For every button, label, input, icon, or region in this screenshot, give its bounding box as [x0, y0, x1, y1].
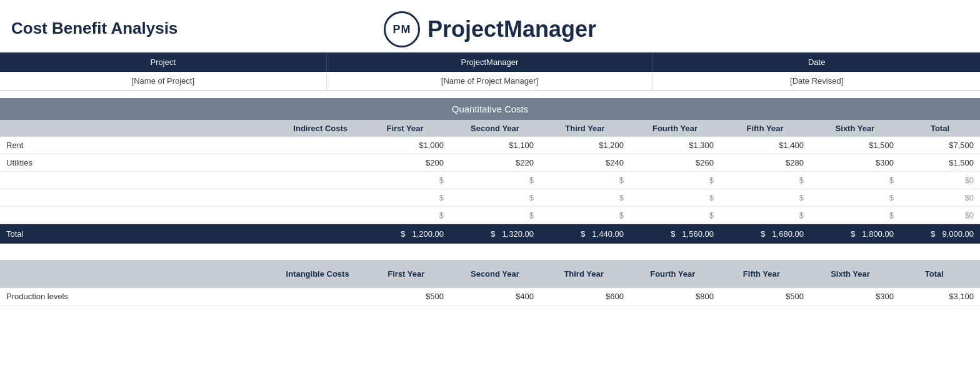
int-row-label-0[interactable]: Production levels	[0, 288, 360, 305]
int-row-y2-0[interactable]: $400	[450, 288, 540, 305]
total-y1: $ 1,200.00	[360, 224, 450, 244]
logo-text: ProjectManager	[428, 16, 596, 42]
date-value[interactable]: [Date Revised]	[653, 72, 980, 90]
row-y6-2[interactable]: $	[810, 172, 900, 189]
total-y4: $ 1,560.00	[630, 224, 720, 244]
row-y1-1[interactable]: $200	[360, 154, 450, 172]
row-label-0[interactable]: Rent	[0, 137, 360, 154]
col-indirect-costs-header: Indirect Costs	[0, 120, 360, 137]
row-total-1[interactable]: $1,500	[900, 154, 980, 172]
total-y2: $ 1,320.00	[450, 224, 540, 244]
info-bar-date: Date	[653, 52, 980, 72]
header: Cost Benefit Analysis PM ProjectManager	[0, 0, 980, 52]
row-y3-4[interactable]: $	[540, 207, 630, 224]
total-y6: $ 1,800.00	[810, 224, 900, 244]
row-y4-3[interactable]: $	[630, 189, 720, 207]
total-label: Total	[0, 224, 360, 244]
intangible-cost-row-0[interactable]: Production levels $500 $400 $600 $800 $5…	[0, 288, 980, 305]
row-label-3[interactable]	[0, 189, 360, 207]
row-label-2[interactable]	[0, 172, 360, 189]
row-y5-4[interactable]: $	[720, 207, 810, 224]
row-total-2[interactable]: $0	[900, 172, 980, 189]
row-label-1[interactable]: Utilities	[0, 154, 360, 172]
col-intangible-costs-header: Intangible Costs	[6, 265, 362, 282]
pm-name-value[interactable]: [Name of Project Manager]	[327, 72, 654, 90]
row-y6-0[interactable]: $1,500	[810, 137, 900, 154]
quantitative-costs-header: Quantitative Costs	[0, 98, 980, 120]
row-y2-2[interactable]: $	[450, 172, 540, 189]
col-first-year-header: First Year	[360, 120, 450, 137]
total-y3: $ 1,440.00	[540, 224, 630, 244]
intangible-col-fourth-year: Fourth Year	[628, 265, 717, 282]
row-y4-2[interactable]: $	[630, 172, 720, 189]
col-second-year-header: Second Year	[450, 120, 540, 137]
row-y2-4[interactable]: $	[450, 207, 540, 224]
col-fifth-year-header: Fifth Year	[720, 120, 810, 137]
intangible-col-third-year: Third Year	[539, 265, 628, 282]
row-y5-1[interactable]: $280	[720, 154, 810, 172]
row-y1-4[interactable]: $	[360, 207, 450, 224]
int-row-y6-0[interactable]: $300	[810, 288, 900, 305]
indirect-costs-thead-row: Indirect Costs First Year Second Year Th…	[0, 120, 980, 137]
row-total-4[interactable]: $0	[900, 207, 980, 224]
row-y5-3[interactable]: $	[720, 189, 810, 207]
row-y3-3[interactable]: $	[540, 189, 630, 207]
int-row-y4-0[interactable]: $800	[630, 288, 720, 305]
row-y3-0[interactable]: $1,200	[540, 137, 630, 154]
indirect-cost-row-2[interactable]: $ $ $ $ $ $ $0	[0, 172, 980, 189]
int-row-y5-0[interactable]: $500	[720, 288, 810, 305]
indirect-cost-row-0[interactable]: Rent $1,000 $1,100 $1,200 $1,300 $1,400 …	[0, 137, 980, 154]
row-y1-3[interactable]: $	[360, 189, 450, 207]
intangible-costs-header-table: Intangible Costs First Year Second Year …	[6, 265, 974, 282]
indirect-costs-total-row: Total $ 1,200.00 $ 1,320.00 $ 1,440.00 $…	[0, 224, 980, 244]
int-row-total-0[interactable]: $3,100	[900, 288, 980, 305]
intangible-costs-thead-row: Intangible Costs First Year Second Year …	[6, 265, 974, 282]
row-y3-1[interactable]: $240	[540, 154, 630, 172]
row-y2-1[interactable]: $220	[450, 154, 540, 172]
logo-pm-text: PM	[392, 23, 411, 36]
row-y4-1[interactable]: $260	[630, 154, 720, 172]
spacer-1	[0, 244, 980, 252]
page-title: Cost Benefit Analysis	[11, 19, 178, 38]
int-row-y1-0[interactable]: $500	[360, 288, 450, 305]
intangible-col-sixth-year: Sixth Year	[806, 265, 894, 282]
col-fourth-year-header: Fourth Year	[630, 120, 720, 137]
intangible-col-first-year: First Year	[362, 265, 451, 282]
intangible-col-fifth-year: Fifth Year	[717, 265, 806, 282]
info-bar-project: Project	[0, 52, 327, 72]
row-y2-0[interactable]: $1,100	[450, 137, 540, 154]
info-values: [Name of Project] [Name of Project Manag…	[0, 72, 980, 91]
row-y1-0[interactable]: $1,000	[360, 137, 450, 154]
col-total-header: Total	[900, 120, 980, 137]
row-y5-0[interactable]: $1,400	[720, 137, 810, 154]
indirect-cost-row-4[interactable]: $ $ $ $ $ $ $0	[0, 207, 980, 224]
indirect-costs-table: Indirect Costs First Year Second Year Th…	[0, 120, 980, 244]
intangible-costs-section: Intangible Costs First Year Second Year …	[0, 260, 980, 288]
row-y2-3[interactable]: $	[450, 189, 540, 207]
intangible-costs-table: Production levels $500 $400 $600 $800 $5…	[0, 288, 980, 305]
row-y4-0[interactable]: $1,300	[630, 137, 720, 154]
row-label-4[interactable]	[0, 207, 360, 224]
indirect-cost-row-3[interactable]: $ $ $ $ $ $ $0	[0, 189, 980, 207]
indirect-cost-row-1[interactable]: Utilities $200 $220 $240 $260 $280 $300 …	[0, 154, 980, 172]
row-y6-1[interactable]: $300	[810, 154, 900, 172]
row-total-3[interactable]: $0	[900, 189, 980, 207]
logo-circle: PM	[384, 11, 420, 47]
project-name-value[interactable]: [Name of Project]	[0, 72, 327, 90]
col-third-year-header: Third Year	[540, 120, 630, 137]
row-y6-3[interactable]: $	[810, 189, 900, 207]
row-y1-2[interactable]: $	[360, 172, 450, 189]
int-row-y3-0[interactable]: $600	[540, 288, 630, 305]
col-sixth-year-header: Sixth Year	[810, 120, 900, 137]
logo-area: PM ProjectManager	[384, 11, 596, 47]
row-y5-2[interactable]: $	[720, 172, 810, 189]
row-y6-4[interactable]: $	[810, 207, 900, 224]
page: Cost Benefit Analysis PM ProjectManager …	[0, 0, 980, 391]
row-y4-4[interactable]: $	[630, 207, 720, 224]
intangible-col-total: Total	[895, 265, 974, 282]
total-y5: $ 1,680.00	[720, 224, 810, 244]
row-y3-2[interactable]: $	[540, 172, 630, 189]
row-total-0[interactable]: $7,500	[900, 137, 980, 154]
intangible-col-second-year: Second Year	[451, 265, 539, 282]
info-bar-pm: ProjectManager	[327, 52, 654, 72]
